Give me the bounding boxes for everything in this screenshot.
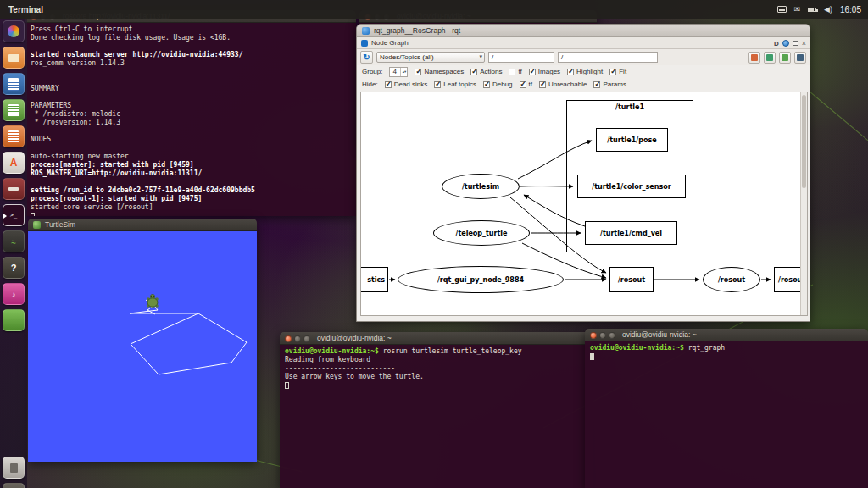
checkbox-leaf-topics[interactable] [434, 81, 441, 88]
unity-launcher: A >_ ≈ ? ♪ [0, 19, 27, 488]
checkbox-tf[interactable] [509, 69, 515, 75]
terminal-line: * /rosdistro: melodic [31, 110, 356, 119]
terminal-line: auto-starting new master [31, 152, 356, 161]
window-title: TurtleSim [45, 220, 75, 229]
save-image-button[interactable] [779, 52, 791, 64]
dock-blue-button[interactable] [782, 40, 789, 47]
dock-d-button[interactable]: D [774, 40, 779, 47]
checkbox-dead-sinks[interactable] [385, 81, 392, 88]
minimize-button[interactable] [599, 332, 606, 339]
launcher-archive-drawer-icon[interactable] [3, 483, 25, 488]
launcher-libreoffice-writer-icon[interactable] [3, 73, 25, 95]
system-tray: ✉ ◀) 16:05 [777, 0, 862, 19]
teleop-terminal-window: ovidiu@ovidiu-nvidia: ~ ovidiu@ovidiu-nv… [280, 332, 593, 488]
checkbox-label: Images [538, 68, 560, 75]
minimize-button[interactable] [294, 336, 301, 342]
graph-node-rosout: /rosout [703, 267, 760, 292]
checkbox-params[interactable] [593, 81, 600, 88]
launcher-terminal-icon[interactable]: >_ [3, 204, 25, 226]
checkbox-label: Namespaces [424, 68, 464, 75]
focused-app-title[interactable]: Terminal [8, 5, 43, 14]
node-graph-canvas[interactable]: /turtle1 /turtle1/pose /turtle1/color_se… [360, 92, 808, 316]
terminal-line: --------------------------- [285, 364, 593, 373]
window-titlebar[interactable]: rqt_graph__RosGraph - rqt [357, 25, 810, 37]
clock[interactable]: 16:05 [840, 5, 861, 14]
graph-node-turtlesim: /turtlesim [442, 174, 520, 199]
launcher-libreoffice-calc-icon[interactable] [3, 99, 25, 121]
checkbox-label: Actions [480, 68, 502, 75]
checkbox-images[interactable] [529, 69, 536, 75]
checkbox-hide-tf[interactable] [520, 81, 526, 88]
terminal-line: started roslaunch server http://ovidiu-n… [31, 51, 356, 59]
scrollbar-thumb[interactable] [802, 95, 806, 188]
checkbox-namespaces[interactable] [415, 69, 421, 75]
graph-type-combobox[interactable]: Nodes/Topics (all) ▾ [376, 52, 485, 63]
launcher-ubuntu-software-icon[interactable]: A [3, 152, 25, 174]
rqt-graph-window: rqt_graph__RosGraph - rqt Node Graph D ×… [356, 24, 810, 322]
launcher-rhythmbox-icon[interactable]: ♪ [3, 283, 25, 305]
launcher-help-icon[interactable]: ? [3, 257, 25, 279]
checkbox-debug[interactable] [483, 81, 490, 88]
terminal-output[interactable]: ovidiu@ovidiu-nvidia:~$rqt_graph [585, 341, 868, 488]
hide-options-row: Hide: Dead sinks Leaf topics Debug tf Un… [357, 78, 810, 91]
close-button[interactable] [590, 332, 597, 339]
open-dot-button[interactable] [748, 52, 760, 64]
window-title: rqt_graph__RosGraph - rqt [374, 26, 460, 35]
window-titlebar[interactable]: ovidiu@ovidiu-nvidia: ~ [585, 329, 868, 341]
terminal-cursor [285, 382, 289, 389]
refresh-button[interactable]: ↻ [360, 51, 373, 64]
checkbox-fit[interactable] [609, 69, 616, 75]
launcher-files-icon[interactable] [3, 47, 25, 69]
launcher-system-monitor-icon[interactable]: ≈ [3, 230, 25, 252]
graph-topic-turtle1-color-sensor: /turtle1/color_sensor [577, 175, 686, 198]
checkbox-unreachable[interactable] [539, 81, 546, 88]
volume-icon[interactable]: ◀) [824, 5, 832, 14]
battery-icon[interactable] [808, 8, 816, 12]
launcher-libreoffice-impress-icon[interactable] [3, 125, 25, 147]
graph-node-teleop-turtle: /teleop_turtle [433, 220, 530, 246]
desktop: Terminal ✉ ◀) 16:05 A >_ ≈ ? ♪ [0, 0, 868, 488]
checkbox-highlight[interactable] [567, 69, 574, 75]
terminal-cursor [31, 213, 35, 217]
topic-filter-input[interactable]: / [558, 52, 658, 63]
turtle-sprite [147, 294, 159, 307]
checkbox-label: Fit [619, 68, 626, 75]
maximize-button[interactable] [303, 336, 310, 342]
terminal-line [31, 178, 356, 186]
launcher-updater-icon[interactable] [3, 309, 25, 331]
vertical-scrollbar[interactable] [800, 92, 807, 315]
messages-icon[interactable]: ✉ [794, 5, 801, 14]
settings-button[interactable] [794, 52, 806, 64]
terminal-line: ovidiu@ovidiu-nvidia:~$rosrun turtlesim … [285, 347, 593, 356]
chevron-down-icon: ▾ [479, 53, 482, 60]
close-button[interactable] [285, 336, 292, 342]
dock-float-button[interactable] [793, 41, 798, 46]
spinbox-arrows[interactable]: ▴▾ [400, 68, 407, 76]
terminal-line: PARAMETERS [31, 102, 356, 110]
turtlesim-canvas[interactable] [28, 231, 257, 462]
maximize-button[interactable] [609, 332, 615, 339]
terminal-line: ovidiu@ovidiu-nvidia:~$rqt_graph [590, 344, 868, 352]
node-filter-input[interactable]: / [488, 52, 554, 63]
launcher-system-tool-icon[interactable] [3, 178, 25, 200]
keyboard-indicator-icon[interactable] [777, 6, 787, 13]
rqt-app-icon [362, 27, 370, 35]
checkbox-label: Debug [492, 80, 513, 88]
node-graph-dock-titlebar[interactable]: Node Graph D × [357, 37, 810, 49]
launcher-trash-icon[interactable] [3, 457, 25, 479]
terminal-line: ROS_MASTER_URI=http://ovidiu-nvidia:1131… [31, 169, 356, 178]
terminal-line: ros_comm version 1.14.3 [31, 59, 356, 68]
window-title: ovidiu@ovidiu-nvidia: ~ [317, 334, 392, 342]
terminal-line [31, 127, 356, 136]
terminal-output[interactable]: Press Ctrl-C to interrupt Done checking … [25, 23, 356, 216]
terminal-output[interactable]: ovidiu@ovidiu-nvidia:~$rosrun turtlesim … [280, 345, 593, 488]
top-menubar: Terminal ✉ ◀) 16:05 [0, 0, 868, 19]
group-spinbox[interactable]: 4 ▴▾ [389, 67, 408, 77]
checkbox-actions[interactable] [470, 69, 477, 75]
checkbox-label: Dead sinks [394, 80, 428, 88]
dock-close-button[interactable]: × [802, 40, 806, 47]
save-dot-button[interactable] [764, 52, 776, 64]
window-titlebar[interactable]: ovidiu@ovidiu-nvidia: ~ [280, 332, 593, 345]
launcher-dash-icon[interactable] [3, 20, 25, 42]
window-titlebar[interactable]: TurtleSim [28, 219, 257, 231]
